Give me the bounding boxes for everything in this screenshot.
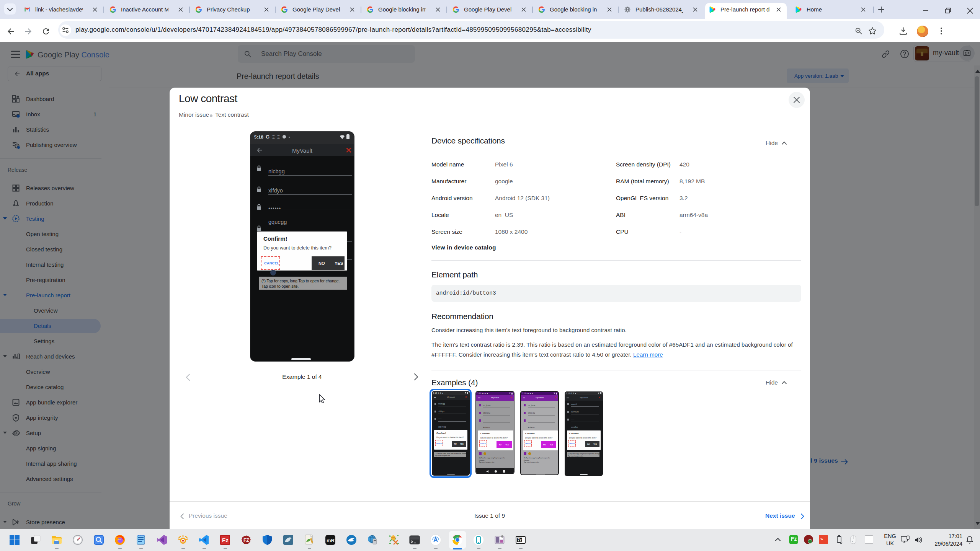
svg-text:mR: mR [327, 538, 335, 543]
svg-text:Fz: Fz [222, 537, 229, 543]
svg-text:FZ: FZ [243, 538, 249, 543]
svg-text:7z: 7z [518, 538, 522, 542]
